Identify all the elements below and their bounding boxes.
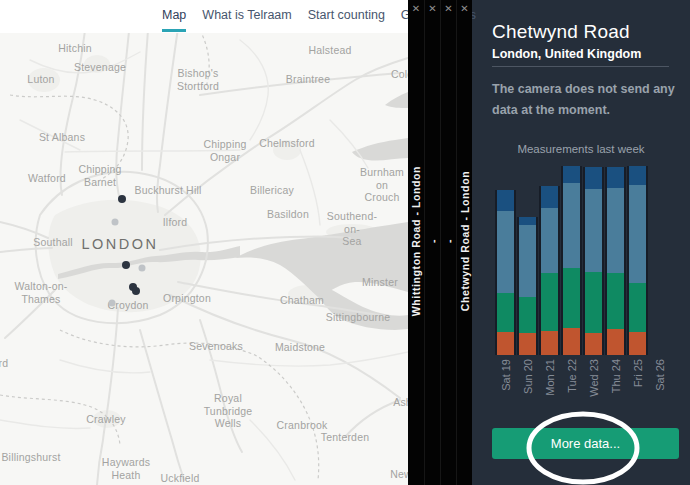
x-tick-label: Wed 23 (588, 359, 600, 405)
segment-red-bottom (497, 332, 514, 355)
segment-red-bottom (607, 329, 624, 355)
segment-steel-blue (607, 188, 624, 273)
segment-green (607, 273, 624, 329)
segment-red-bottom (519, 333, 536, 355)
map-artwork (0, 0, 408, 485)
map-marker[interactable] (139, 265, 146, 272)
segment-dark-blue (629, 166, 646, 185)
close-icon[interactable]: ✕ (425, 3, 440, 15)
segment-steel-blue (563, 183, 580, 268)
segment-steel-blue (497, 211, 514, 293)
segment-green (629, 283, 646, 332)
bar-thu-24 (605, 167, 626, 355)
segment-red-bottom (585, 333, 602, 355)
collapsed-panel-chetwynd-road-london[interactable]: ✕Chetwynd Road - London (456, 0, 472, 485)
map-marker[interactable] (118, 195, 126, 203)
segment-green (541, 273, 558, 331)
segment-dark-blue (497, 190, 514, 211)
street-location: London, United Kingdom (492, 47, 641, 61)
camera-status-message: The camera does not send any data at the… (492, 79, 676, 121)
close-icon[interactable]: ✕ (457, 3, 472, 15)
map-marker[interactable] (112, 219, 119, 226)
segment-green (519, 297, 536, 334)
close-icon[interactable]: ✕ (408, 3, 424, 15)
segment-green (585, 272, 602, 333)
segment-dark-blue (585, 167, 602, 189)
measurements-chart: Sat 19Sun 20Mon 21Tue 22Wed 23Thu 24Fri … (493, 160, 673, 355)
map-marker[interactable] (132, 287, 140, 295)
map-marker[interactable] (109, 300, 116, 307)
segment-steel-blue (541, 208, 558, 273)
segment-dark-blue (541, 186, 558, 208)
x-tick-label: Sat 26 (654, 359, 666, 405)
bar-sun-20 (517, 217, 538, 355)
segment-red-bottom (629, 332, 646, 355)
bar-wed-23 (583, 167, 604, 355)
collapsed-street-panels: ✕Whittington Road - London✕-✕-✕Chetwynd … (408, 0, 472, 485)
collapsed-panel-title: - (441, 81, 457, 401)
x-tick-label: Mon 21 (544, 359, 556, 405)
x-tick-label: Fri 25 (632, 359, 644, 405)
collapsed-panel-dash[interactable]: ✕- (440, 0, 456, 485)
map-marker[interactable] (122, 261, 130, 269)
segment-dark-blue (563, 166, 580, 183)
x-tick-label: Sat 19 (500, 359, 512, 405)
segment-green (497, 293, 514, 332)
collapsed-panel-title: Chetwynd Road - London (457, 81, 473, 401)
x-tick-label: Tue 22 (566, 359, 578, 405)
chart-title: Measurements last week (472, 143, 690, 155)
segment-dark-blue (519, 217, 536, 226)
collapsed-panel-title: - (425, 81, 441, 401)
bar-sat-19 (495, 190, 516, 355)
street-detail-panel: Chetwynd Road London, United Kingdom The… (472, 0, 690, 485)
bar-fri-25 (627, 166, 648, 355)
collapsed-panel-whittington-road-london[interactable]: ✕Whittington Road - London (408, 0, 424, 485)
segment-red-bottom (541, 331, 558, 355)
segment-green (563, 268, 580, 328)
bar-tue-22 (561, 166, 582, 355)
more-data-button[interactable]: More data... (492, 428, 679, 459)
segment-steel-blue (629, 185, 646, 283)
bar-mon-21 (539, 186, 560, 355)
x-tick-label: Thu 24 (610, 359, 622, 405)
top-navbar: MapWhat is TelraamStart countingGovernme… (0, 0, 408, 33)
divider (492, 66, 669, 67)
segment-steel-blue (519, 225, 536, 296)
nav-item-start-counting[interactable]: Start counting (308, 0, 385, 33)
collapsed-panel-dash[interactable]: ✕- (424, 0, 440, 485)
segment-steel-blue (585, 189, 602, 271)
x-tick-label: Sun 20 (522, 359, 534, 405)
map-canvas[interactable]: HitchinStevenageLutonBishop's StortfordH… (0, 0, 408, 485)
segment-dark-blue (607, 167, 624, 188)
segment-red-bottom (563, 328, 580, 355)
nav-item-what-is-telraam[interactable]: What is Telraam (202, 0, 291, 33)
close-icon[interactable]: ✕ (441, 3, 456, 15)
street-title: Chetwynd Road (492, 21, 630, 43)
nav-item-map[interactable]: Map (162, 0, 186, 33)
collapsed-panel-title: Whittington Road - London (408, 81, 424, 401)
